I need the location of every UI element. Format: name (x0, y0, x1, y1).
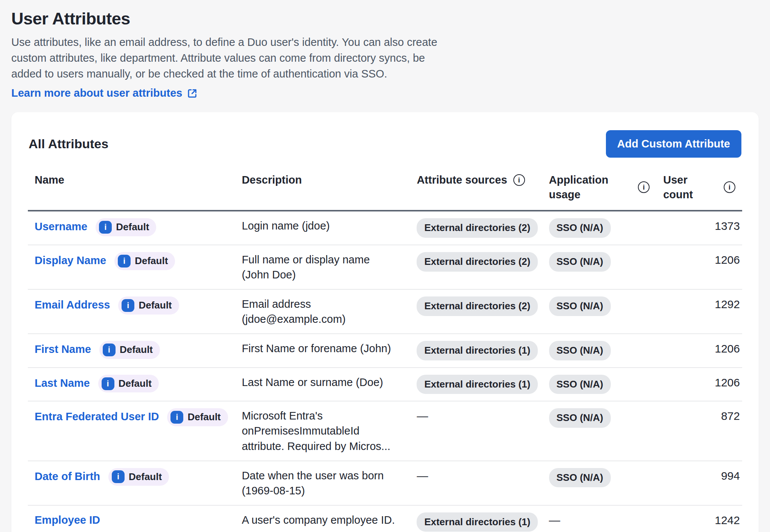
attribute-description: First Name or forename (John) (235, 334, 410, 368)
col-header-count-label: User count (663, 173, 705, 202)
user-count: 994 (656, 461, 742, 505)
application-usage-cell: SSO (N/A) (542, 211, 657, 245)
attribute-sources-cell: External directories (2) (410, 245, 542, 289)
learn-more-link[interactable]: Learn more about user attributes (11, 87, 198, 99)
attribute-description: Email address (jdoe@example.com) (235, 289, 410, 334)
user-count: 1206 (656, 245, 742, 289)
application-usage-pill: SSO (N/A) (549, 296, 611, 316)
default-badge: iDefault (114, 252, 175, 270)
attribute-link[interactable]: Entra Federated User ID (35, 410, 159, 423)
attribute-link[interactable]: Employee ID (35, 514, 100, 526)
col-header-usage-label: Application usage (549, 173, 617, 202)
info-badge-icon: i (118, 255, 131, 268)
attributes-table-body: UsernameiDefaultLogin name (jdoe)Externa… (28, 211, 742, 532)
user-count: 872 (656, 401, 742, 461)
attribute-name-cell: Display NameiDefault (28, 245, 235, 289)
external-link-icon (187, 88, 198, 99)
user-count: 1292 (656, 289, 742, 334)
info-badge-icon: i (170, 411, 183, 424)
attribute-sources-cell: External directories (1) (410, 368, 542, 401)
default-badge: iDefault (99, 341, 160, 359)
learn-more-label: Learn more about user attributes (11, 87, 182, 99)
info-badge-icon: i (122, 299, 134, 312)
user-count: 1206 (656, 368, 742, 401)
application-usage-cell: SSO (N/A) (542, 245, 657, 289)
table-row: First NameiDefaultFirst Name or forename… (28, 334, 742, 368)
attribute-link[interactable]: Last Name (35, 377, 90, 389)
user-count-info-icon[interactable]: i (724, 181, 735, 193)
default-badge-label: Default (129, 470, 162, 484)
application-usage-pill: SSO (N/A) (549, 468, 611, 488)
attribute-sources-pill: External directories (1) (417, 512, 538, 532)
default-badge: iDefault (167, 408, 228, 426)
col-header-sources-label: Attribute sources (417, 173, 507, 187)
attribute-sources-cell: External directories (1) (410, 334, 542, 368)
attribute-sources-cell: — (410, 401, 542, 461)
add-custom-attribute-button[interactable]: Add Custom Attribute (606, 130, 741, 158)
default-badge-label: Default (138, 299, 172, 312)
attribute-sources-cell: External directories (2) (410, 211, 542, 245)
default-badge-label: Default (119, 377, 152, 391)
card-title: All Attributes (29, 137, 108, 151)
empty-value-dash: — (417, 410, 428, 422)
col-header-name: Name (28, 168, 235, 211)
application-usage-cell: SSO (N/A) (542, 461, 657, 505)
page: User Attributes Use attributes, like an … (0, 0, 770, 532)
attributes-card: All Attributes Add Custom Attribute Name… (11, 112, 759, 532)
attribute-name-cell: UsernameiDefault (28, 211, 235, 245)
table-row: Email AddressiDefaultEmail address (jdoe… (28, 289, 742, 334)
default-badge-label: Default (187, 410, 221, 424)
table-row: Last NameiDefaultLast Name or surname (D… (28, 368, 742, 401)
attribute-name-cell: First NameiDefault (28, 334, 235, 368)
attribute-sources-cell: — (410, 461, 542, 505)
attribute-link[interactable]: First Name (35, 343, 91, 355)
table-header-row: Name Description Attribute sources i App… (28, 168, 742, 211)
attribute-name-cell: Last NameiDefault (28, 368, 235, 401)
application-usage-cell: — (542, 505, 657, 532)
page-header: User Attributes Use attributes, like an … (11, 9, 759, 99)
default-badge: iDefault (96, 218, 156, 236)
application-usage-info-icon[interactable]: i (638, 181, 650, 193)
attribute-sources-pill: External directories (2) (417, 296, 538, 316)
attribute-sources-pill: External directories (1) (417, 375, 538, 394)
default-badge-label: Default (116, 220, 149, 234)
attribute-description: Last Name or surname (Doe) (235, 368, 410, 401)
application-usage-pill: SSO (N/A) (549, 252, 611, 272)
info-badge-icon: i (103, 344, 116, 356)
attribute-name-cell: Employee ID (28, 505, 235, 532)
attribute-description: Microsoft Entra's onPremisesImmutableId … (235, 401, 410, 461)
table-row: UsernameiDefaultLogin name (jdoe)Externa… (28, 211, 742, 245)
default-badge: iDefault (108, 468, 169, 486)
table-row: Date of BirthiDefaultDate when the user … (28, 461, 742, 505)
empty-value-dash: — (549, 514, 560, 526)
default-badge-label: Default (120, 343, 153, 357)
application-usage-pill: SSO (N/A) (549, 341, 611, 360)
default-badge: iDefault (98, 375, 159, 393)
application-usage-cell: SSO (N/A) (542, 401, 657, 461)
info-badge-icon: i (112, 470, 125, 483)
attributes-table: Name Description Attribute sources i App… (28, 168, 742, 532)
attribute-description: Date when the user was born (1969-08-15) (235, 461, 410, 505)
application-usage-pill: SSO (N/A) (549, 408, 611, 428)
attribute-link[interactable]: Date of Birth (35, 470, 100, 482)
col-header-name-label: Name (35, 174, 64, 186)
default-badge: iDefault (118, 296, 179, 315)
col-header-usage: Application usage i (542, 168, 657, 211)
col-header-count: User count i (656, 168, 742, 211)
table-row: Display NameiDefaultFull name or display… (28, 245, 742, 289)
attribute-link[interactable]: Email Address (35, 299, 110, 311)
attribute-name-cell: Entra Federated User IDiDefault (28, 401, 235, 461)
attribute-description: Login name (jdoe) (235, 211, 410, 245)
table-row: Employee IDA user's company employee ID.… (28, 505, 742, 532)
page-title: User Attributes (11, 9, 759, 29)
attribute-sources-pill: External directories (2) (417, 218, 538, 238)
attribute-link[interactable]: Username (35, 220, 87, 233)
application-usage-pill: SSO (N/A) (549, 375, 611, 394)
application-usage-cell: SSO (N/A) (542, 334, 657, 368)
col-header-description-label: Description (242, 174, 302, 186)
col-header-sources: Attribute sources i (410, 168, 542, 211)
user-count: 1242 (656, 505, 742, 532)
empty-value-dash: — (417, 470, 428, 482)
attribute-link[interactable]: Display Name (35, 254, 106, 266)
attribute-sources-info-icon[interactable]: i (513, 174, 525, 186)
